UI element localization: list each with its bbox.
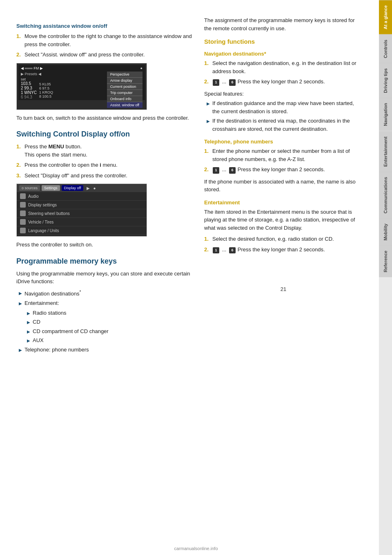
entertainment-text: The item stored in the Entertainment men… [204,208,363,232]
step-text: Move the controller to the right to chan… [24,32,192,48]
sub-cd: ▶ CD [24,318,192,326]
sidebar-tab-mobility[interactable]: Mobility [379,218,392,246]
key-badge-6: 6 [229,167,236,174]
step-text: Select "Display off" and press the contr… [24,172,127,180]
settings-steering: Steering wheel buttons [17,209,147,218]
section2-footer: Press the controller to switch on. [16,241,192,249]
bullet-arrow-icon: ▶ [19,300,22,307]
left-column: Switching assistance window on/off 1. Mo… [16,16,192,539]
key-badge-1: 1 [213,247,219,254]
step-num: 1. [204,59,210,75]
settings-language: Language / Units [17,226,147,235]
radio-screenshot: ◀ ═══ FM ▶ ● ▶ Presets ◀ set 103.5 2 99.… [16,63,147,110]
sidebar-tab-controls[interactable]: Controls [379,34,392,63]
step-2-2: 2. Press the controller to open the i me… [16,161,192,169]
bullet-arrow-icon: ▶ [27,310,30,317]
section-programmable: Programmable memory keys Using the progr… [16,257,192,354]
settings-time: Time / Date [17,235,147,237]
bullet-telephone: ▶ Telephone: phone numbers [16,346,192,354]
section3-heading: Programmable memory keys [16,257,192,266]
bullet-arrow-icon: ▶ [207,118,210,133]
settings-display: Display settings [17,201,147,209]
bullet-nav: ▶ Navigation destinations* [16,289,192,298]
bullet-arrow-icon: ▶ [27,338,30,345]
section1-footer: To turn back on, switch to the assistanc… [16,114,192,122]
sub-radio: ▶ Radio stations [24,309,192,317]
special-bullet-2: ▶ If the destination is entered via map,… [204,117,363,133]
right-column: The assignment of the programmable memor… [204,16,363,539]
settings-topbar: o sources Settings Display off ▶ ● [17,184,147,192]
bullet-arrow-icon: ▶ [19,347,22,354]
step-num: 2. [16,51,22,59]
ent-step-2: 2. 1 ... 6 Press the key longer than 2 s… [204,246,363,254]
phone-step-1: 1. Enter the phone number or select the … [204,147,363,163]
section2-steps: 1. Press the MENU button.This opens the … [16,143,192,179]
ent-step-1: 1. Select the desired function, e.g. rad… [204,235,363,243]
phone-step-2: 2. 1 ... 6 Press the key longer than 2 s… [204,166,363,174]
nav-dest-heading: Navigation destinations* [204,51,363,57]
section1-steps: 1. Move the controller to the right to c… [16,32,192,59]
step-num: 1. [204,147,210,163]
bullet-arrow-icon: ▶ [27,329,30,336]
bottom-logo: carmanualsonline.info [174,546,218,551]
special-features-label: Special features: [204,90,363,98]
settings-screenshot: o sources Settings Display off ▶ ● Audio… [16,184,147,237]
section-switching-assistance: Switching assistance window on/off 1. Mo… [16,23,192,122]
step-num: 2. [204,246,210,254]
sidebar-tab-entertainment[interactable]: Entertainment [379,131,392,172]
nav-step-1: 1. Select the navigation destination, e.… [204,59,363,75]
step-text: Press the MENU button.This opens the sta… [24,143,87,159]
page-number: 21 [204,286,363,292]
nav-steps: 1. Select the navigation destination, e.… [204,59,363,86]
step-text: Press the controller to open the i menu. [24,161,118,169]
assignment-text: The assignment of the programmable memor… [204,16,363,32]
bullet-arrow-icon: ▶ [19,290,22,298]
settings-vehicle: Vehicle / Tires [17,218,147,226]
step-num: 2. [204,78,210,86]
special-bullet-1: ▶ If destination guidance and the map vi… [204,99,363,115]
storing-functions-heading: Storing functions [204,38,363,45]
nav-step-2: 2. 1 ... 6 Press the key longer than 2 s… [204,78,363,86]
key-badge-1: 1 [213,79,219,86]
section3-bullets: ▶ Navigation destinations* ▶ Entertainme… [16,289,192,354]
key-badge-6: 6 [229,247,236,254]
entertainment-heading: Entertainment [204,199,363,206]
section1-heading: Switching assistance window on/off [16,23,192,29]
sidebar-tab-reference[interactable]: Reference [379,245,392,277]
sidebar-tab-driving-tips[interactable]: Driving tips [379,63,392,98]
step-1-1: 1. Move the controller to the right to c… [16,32,192,48]
sidebar-tab-at-a-glance[interactable]: At a glance [379,0,392,34]
step-num: 2. [16,161,22,169]
step-num: 1. [204,235,210,243]
special-bullets: ▶ If destination guidance and the map vi… [204,99,363,133]
phone-footer: If the phone number is associated with a… [204,178,363,194]
entertainment-steps: 1. Select the desired function, e.g. rad… [204,235,363,253]
bullet-arrow-icon: ▶ [207,101,210,115]
step-1-2: 2. Select "Assist. window off" and press… [16,51,192,59]
bullet-sub-list: ▶ Radio stations ▶ CD ▶ CD compartment o… [24,309,192,345]
sidebar-tab-navigation[interactable]: Navigation [379,98,392,131]
step-2-3: 3. Select "Display off" and press the co… [16,172,192,180]
key-badge-6: 6 [229,79,236,86]
step-text: Select "Assist. window off" and press th… [24,51,145,59]
section-control-display: Switching Control Display off/on 1. Pres… [16,130,192,249]
sidebar-tab-communications[interactable]: Communications [379,172,392,218]
settings-audio: Audio [17,192,147,201]
step-num: 3. [16,172,22,180]
right-sidebar: At a glance Controls Driving tips Naviga… [379,0,392,555]
step-num: 2. [204,166,210,174]
bullet-arrow-icon: ▶ [27,319,30,326]
step-num: 1. [16,32,22,48]
sub-cd-changer: ▶ CD compartment of CD changer [24,327,192,336]
step-2-1: 1. Press the MENU button.This opens the … [16,143,192,159]
phone-heading: Telephone, phone numbers [204,139,363,145]
step-num: 1. [16,143,22,159]
key-badge-1: 1 [213,167,219,174]
section2-heading: Switching Control Display off/on [16,130,192,139]
sub-aux: ▶ AUX [24,336,192,345]
bullet-entertainment: ▶ Entertainment: [16,299,192,307]
phone-steps: 1. Enter the phone number or select the … [204,147,363,174]
section3-intro: Using the programmable memory keys, you … [16,270,192,286]
